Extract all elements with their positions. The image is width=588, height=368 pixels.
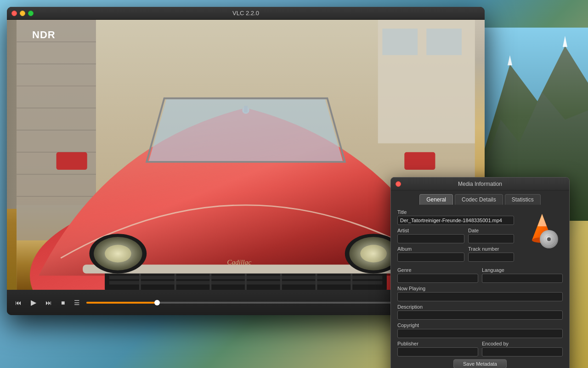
publisher-input[interactable] — [397, 347, 478, 356]
album-input[interactable] — [397, 253, 464, 262]
svg-rect-41 — [404, 152, 435, 170]
album-label: Album — [397, 246, 464, 252]
svg-rect-40 — [57, 152, 87, 170]
svg-point-47 — [547, 237, 551, 241]
dialog-close-button[interactable] — [396, 181, 401, 187]
title-input[interactable] — [397, 216, 514, 225]
artist-date-row: Artist Date — [397, 228, 514, 243]
fastforward-button[interactable]: ⏭ — [43, 297, 55, 308]
progress-fill — [86, 302, 157, 304]
stop-button[interactable]: ■ — [58, 297, 68, 308]
svg-point-36 — [105, 245, 131, 262]
vlc-titlebar: VLC 2.2.0 — [7, 7, 485, 20]
publisher-label: Publisher — [397, 341, 478, 346]
now-playing-label: Now Playing — [397, 286, 563, 291]
date-input[interactable] — [468, 234, 514, 243]
progress-thumb[interactable] — [154, 300, 160, 305]
window-title: VLC 2.2.0 — [232, 10, 259, 17]
copyright-input[interactable] — [397, 329, 563, 338]
close-button[interactable] — [11, 11, 17, 16]
copyright-label: Copyright — [397, 322, 563, 328]
maximize-button[interactable] — [28, 11, 34, 16]
artist-input[interactable] — [397, 234, 464, 243]
language-input[interactable] — [482, 274, 563, 283]
svg-marker-44 — [537, 214, 547, 226]
genre-input[interactable] — [397, 274, 478, 283]
dialog-title: Media Information — [458, 181, 502, 187]
playlist-button[interactable]: ☰ — [71, 297, 83, 308]
save-metadata-button[interactable]: Save Metadata — [453, 359, 507, 368]
tab-statistics[interactable]: Statistics — [505, 194, 541, 205]
dialog-tabs: General Codec Details Statistics — [391, 190, 569, 205]
artist-label: Artist — [397, 228, 464, 233]
play-button[interactable]: ▶ — [28, 296, 39, 309]
track-number-label: Track number — [468, 246, 514, 252]
media-info-dialog: Media Information General Codec Details … — [390, 177, 570, 368]
publisher-encoded-row: Publisher Encoded by — [397, 341, 563, 356]
tab-general[interactable]: General — [419, 194, 453, 205]
minimize-button[interactable] — [20, 11, 25, 16]
date-label: Date — [468, 228, 514, 233]
language-label: Language — [482, 267, 563, 273]
tab-codec-details[interactable]: Codec Details — [455, 194, 503, 205]
svg-rect-18 — [426, 29, 462, 55]
copyright-row: Copyright — [397, 322, 563, 338]
title-label: Title — [397, 209, 514, 215]
encoded-by-label: Encoded by — [482, 341, 563, 346]
now-playing-input[interactable] — [397, 292, 563, 301]
track-number-input[interactable] — [468, 253, 514, 262]
description-row: Description — [397, 304, 563, 320]
svg-rect-17 — [382, 29, 418, 55]
traffic-lights — [11, 11, 34, 16]
vlc-cone-icon — [524, 212, 560, 248]
svg-text:Cadillac: Cadillac — [227, 258, 251, 266]
description-input[interactable] — [397, 310, 563, 320]
ndr-logo: NDR — [32, 29, 56, 41]
encoded-by-input[interactable] — [482, 347, 563, 356]
album-track-row: Album Track number — [397, 246, 514, 262]
vlc-icon-area — [521, 209, 563, 251]
rewind-button[interactable]: ⏮ — [12, 297, 24, 308]
dialog-content: Title Artist Date — [391, 205, 569, 368]
now-playing-row: Now Playing — [397, 286, 563, 301]
genre-label: Genre — [397, 267, 478, 273]
dialog-titlebar: Media Information — [391, 178, 569, 190]
genre-language-row: Genre Language — [397, 267, 563, 283]
svg-point-39 — [360, 245, 387, 262]
description-label: Description — [397, 304, 563, 310]
